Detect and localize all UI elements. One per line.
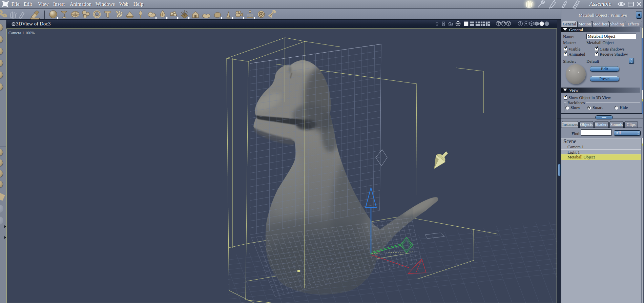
svg-text:Camera 1 100%: Camera 1 100% — [8, 31, 35, 35]
